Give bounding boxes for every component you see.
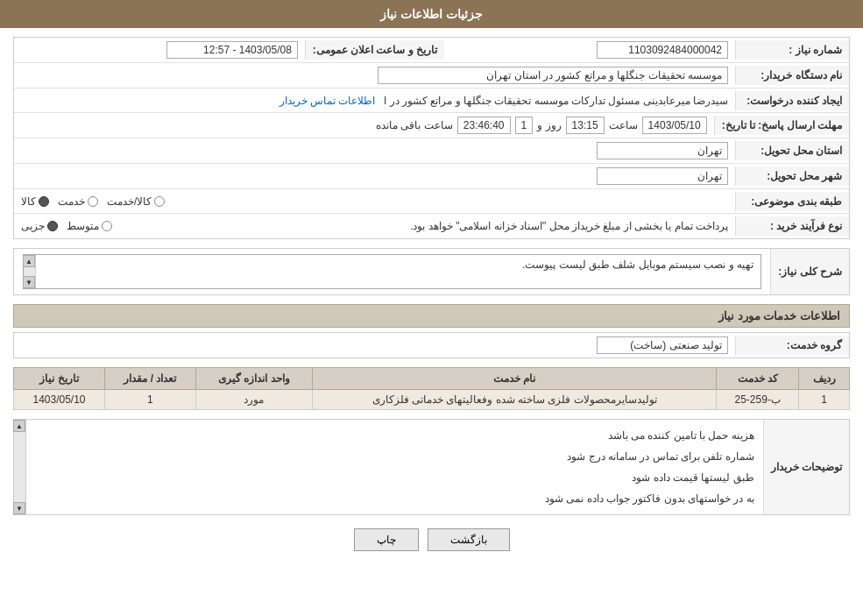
service-group-value: تولید صنعتی (ساخت) (14, 333, 735, 358)
service-group-label: گروه خدمت: (735, 336, 849, 355)
radio-goods-icon (39, 196, 49, 207)
response-date-box: 1403/05/10 (642, 117, 707, 134)
description-text: تهیه و نصب سیستم موبایل شلف طبق لیست پیو… (522, 258, 753, 271)
category-option-service[interactable]: خدمت (58, 195, 98, 208)
note-item: به در خواستهای بدون فاکتور جواب داده نمی… (32, 488, 754, 509)
need-number-label: شماره نیاز : (735, 40, 849, 60)
creator-value: سیدرضا میرعابدینی مسئول تداركات موسسه تح… (14, 91, 735, 110)
need-number-row: شماره نیاز : 1103092484000042 تاریخ و سا… (14, 38, 849, 63)
description-label: شرح کلی نیاز: (770, 249, 849, 294)
response-day-label: روز و (537, 119, 561, 131)
print-button[interactable]: چاپ (354, 528, 419, 551)
note-item: طبق لیستها قیمت داده شود (32, 467, 754, 488)
category-service-label: خدمت (58, 195, 85, 208)
purchase-type-row: نوع فرآیند خرید : پرداخت تمام یا بخشی از… (14, 214, 849, 238)
org-name-box: موسسه تحقیقات جنگلها و مراتع کشور در است… (378, 67, 728, 84)
service-group-box: تولید صنعتی (ساخت) (597, 336, 728, 354)
radio-small-icon (47, 221, 58, 231)
cell-quantity: 1 (105, 390, 196, 410)
services-table: ردیف کد خدمت نام خدمت واحد اندازه گیری ت… (13, 367, 850, 410)
category-label: طبقه بندی موضوعی: (735, 192, 849, 211)
table-row: 1 ب-259-25 تولیدسایرمحصولات فلزی ساخته ش… (14, 390, 850, 410)
category-option-goods[interactable]: کالا (21, 195, 49, 208)
category-option-goods-service[interactable]: کالا/خدمت (107, 195, 165, 208)
category-goods-service-label: کالا/خدمت (107, 195, 152, 208)
province-row: استان محل تحویل: تهران (14, 138, 849, 164)
creator-contact-link[interactable]: اطلاعات تماس خریدار (279, 95, 376, 107)
col-header-service-name: نام خدمت (313, 368, 717, 390)
announce-datetime-value: 1403/05/08 - 12:57 (14, 38, 305, 62)
service-group-row: گروه خدمت: تولید صنعتی (ساخت) (14, 333, 849, 358)
announce-datetime-box: 1403/05/08 - 12:57 (166, 41, 298, 59)
services-table-container: ردیف کد خدمت نام خدمت واحد اندازه گیری ت… (13, 367, 850, 410)
description-section: شرح کلی نیاز: تهیه و نصب سیستم موبایل شل… (13, 248, 850, 295)
creator-label: ایجاد کننده درخواست: (735, 91, 849, 110)
city-value: تهران (14, 164, 735, 188)
creator-text: سیدرضا میرعابدینی مسئول تداركات موسسه تح… (384, 95, 728, 107)
purchase-type-small-label: جزیی (21, 220, 45, 232)
main-info-section: شماره نیاز : 1103092484000042 تاریخ و سا… (13, 37, 850, 239)
buyer-notes-label: توضیحات خریدار (763, 420, 849, 514)
category-value: کالا/خدمت خدمت کالا (14, 192, 735, 211)
purchase-type-medium-label: متوسط (67, 220, 99, 232)
city-box: تهران (597, 167, 728, 185)
radio-medium-icon (102, 221, 112, 231)
purchase-type-label: نوع فرآیند خرید : (735, 216, 849, 236)
buyer-notes-section: توضیحات خریدار ▲ ▼ هزینه حمل با تامین کن… (13, 419, 850, 515)
province-label: استان محل تحویل: (735, 141, 849, 160)
col-header-service-code: کد خدمت (717, 368, 799, 390)
back-button[interactable]: بازگشت (428, 528, 510, 551)
description-content: تهیه و نصب سیستم موبایل شلف طبق لیست پیو… (14, 249, 770, 294)
table-header-row: ردیف کد خدمت نام خدمت واحد اندازه گیری ت… (14, 368, 850, 390)
note-item: شماره تلفن برای تماس در سامانه درج شود (32, 446, 754, 467)
creator-row: ایجاد کننده درخواست: سیدرضا میرعابدینی م… (14, 89, 849, 113)
service-group-section: گروه خدمت: تولید صنعتی (ساخت) (13, 332, 850, 358)
cell-service-name: تولیدسایرمحصولات فلزی ساخته شده وفعالیته… (313, 390, 717, 410)
cell-service-code: ب-259-25 (717, 390, 799, 410)
response-deadline-value: 1403/05/10 ساعت 13:15 روز و 1 23:46:40 س… (14, 113, 714, 138)
col-header-row-num: ردیف (799, 368, 850, 390)
purchase-type-note: پرداخت تمام یا بخشی از مبلغ خریداز محل "… (410, 220, 728, 232)
notes-list: هزینه حمل با تامین کننده می باشدشماره تل… (32, 425, 754, 509)
scroll-up-btn[interactable]: ▲ (23, 255, 35, 267)
need-number-box: 1103092484000042 (597, 41, 728, 59)
province-value: تهران (14, 138, 735, 163)
note-item: هزینه حمل با تامین کننده می باشد (32, 425, 754, 446)
city-row: شهر محل تحویل: تهران (14, 164, 849, 189)
cell-unit: مورد (195, 390, 312, 410)
scroll-down-btn[interactable]: ▼ (23, 276, 35, 288)
services-section-title: اطلاعات خدمات مورد نیاز (13, 304, 850, 328)
radio-goods-service-icon (154, 196, 165, 207)
notes-scroll-down-btn[interactable]: ▼ (13, 502, 25, 514)
page-title: جزئیات اطلاعات نیاز (0, 0, 863, 28)
category-goods-label: کالا (21, 195, 36, 208)
response-time-label: ساعت (609, 119, 638, 131)
city-label: شهر محل تحویل: (735, 166, 849, 186)
need-number-value: 1103092484000042 (444, 38, 735, 62)
purchase-type-option-medium[interactable]: متوسط (67, 220, 112, 232)
org-name-row: نام دستگاه خریدار: موسسه تحقیقات جنگلها … (14, 63, 849, 89)
cell-date: 1403/05/10 (14, 390, 105, 410)
notes-scroll-up-btn[interactable]: ▲ (13, 420, 25, 432)
purchase-type-value: پرداخت تمام یا بخشی از مبلغ خریداز محل "… (14, 216, 735, 236)
response-deadline-label: مهلت ارسال پاسخ: تا تاریخ: (714, 116, 849, 135)
response-days-box: 1 (515, 117, 534, 134)
buyer-notes-content: ▲ ▼ هزینه حمل با تامین کننده می باشدشمار… (14, 420, 763, 514)
button-row: بازگشت چاپ (13, 528, 850, 551)
response-deadline-row: مهلت ارسال پاسخ: تا تاریخ: 1403/05/10 سا… (14, 113, 849, 138)
col-header-unit: واحد اندازه گیری (195, 368, 312, 390)
province-box: تهران (597, 142, 728, 159)
radio-service-icon (88, 196, 98, 207)
response-remaining-box: 23:46:40 (457, 117, 511, 134)
cell-row-num: 1 (799, 390, 850, 410)
category-row: طبقه بندی موضوعی: کالا/خدمت خدمت (14, 189, 849, 214)
purchase-type-option-small[interactable]: جزیی (21, 220, 58, 232)
announce-datetime-label: تاریخ و ساعت اعلان عمومی: (305, 40, 444, 60)
col-header-quantity: تعداد / مقدار (105, 368, 196, 390)
response-time-box: 13:15 (566, 117, 605, 134)
response-remaining-label: ساعت باقی مانده (376, 119, 453, 131)
org-name-label: نام دستگاه خریدار: (735, 66, 849, 85)
col-header-date: تاریخ نیاز (14, 368, 105, 390)
org-name-value: موسسه تحقیقات جنگلها و مراتع کشور در است… (14, 63, 735, 88)
